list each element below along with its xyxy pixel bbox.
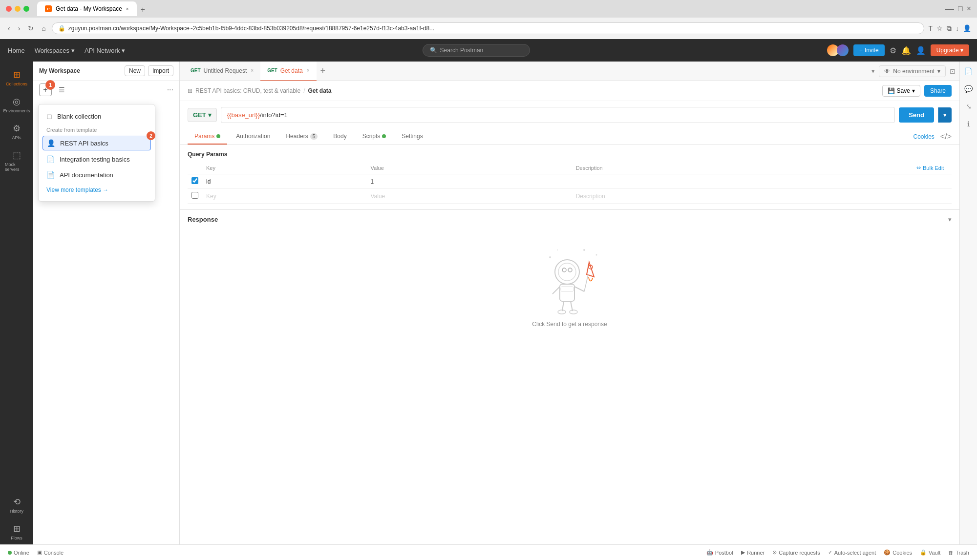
right-panel-expand-icon[interactable]: ⤡ [964, 101, 974, 112]
dropdown-api-documentation[interactable]: 📄 API documentation [39, 167, 155, 183]
add-collection-btn[interactable]: + 1 [39, 83, 52, 96]
req-tab-settings[interactable]: Settings [395, 129, 429, 145]
cookies-bottom-btn[interactable]: 🍪 Cookies [884, 549, 912, 556]
fullscreen-traffic-light[interactable] [23, 6, 29, 12]
col-value-header: Value [366, 162, 572, 174]
user-profile-icon[interactable]: 👤 [916, 46, 926, 55]
right-panel-docs-icon[interactable]: 📄 [962, 65, 975, 77]
forward-btn[interactable]: › [16, 22, 22, 34]
trash-btn[interactable]: 🗑 Trash [948, 550, 969, 556]
tabs-dropdown-btn[interactable]: ▾ [871, 67, 875, 75]
send-button[interactable]: Send [899, 107, 934, 123]
cookies-link[interactable]: Cookies [913, 133, 935, 140]
send-dropdown-btn[interactable]: ▾ [938, 107, 952, 123]
view-more-templates[interactable]: View more templates → [39, 183, 155, 197]
sidebar-item-history[interactable]: ⟲ History [3, 493, 30, 518]
workspaces-nav[interactable]: Workspaces ▾ [35, 47, 75, 54]
sidebar-item-apis[interactable]: ⚙ APIs [3, 119, 30, 144]
tab-close-btn[interactable]: × [126, 6, 129, 12]
params-table: Key Value Description ⇔ Bulk Edit [188, 162, 952, 204]
param-desc-id[interactable] [572, 174, 913, 189]
settings-icon[interactable]: ⚙ [890, 46, 896, 55]
right-panel-comments-icon[interactable]: 💬 [962, 83, 975, 95]
tab-get-data[interactable]: GET Get data × [260, 62, 316, 81]
col-key-header: Key [202, 162, 366, 174]
filter-btn[interactable]: ☰ [55, 84, 69, 95]
dropdown-blank-collection[interactable]: ◻ Blank collection [39, 108, 155, 124]
panel-right-icon[interactable]: ⊡ [950, 67, 956, 75]
translate-icon[interactable]: T [928, 24, 933, 32]
code-snippet-icon[interactable]: </> [940, 132, 952, 141]
extensions-icon[interactable]: ⧉ [947, 24, 952, 33]
req-tab-scripts[interactable]: Scripts [356, 129, 393, 145]
more-options-btn[interactable]: ··· [167, 85, 173, 94]
browser-tab-active[interactable]: P Get data - My Workspace × [37, 1, 137, 16]
dropdown-rest-api-basics[interactable]: 👤 REST API basics 2 [42, 136, 151, 150]
no-environment-selector[interactable]: 👁 No environment ▾ [879, 65, 946, 77]
add-tab-btn[interactable]: + [317, 66, 330, 76]
method-select[interactable]: GET ▾ [188, 108, 217, 122]
search-placeholder: Search Postman [440, 47, 484, 54]
response-toggle-btn[interactable]: ▾ [948, 216, 952, 223]
browser-nav: ‹ › ↻ ⌂ 🔒 zguyun.postman.co/workspace/My… [0, 18, 977, 39]
download-icon[interactable]: ↓ [956, 24, 959, 32]
api-network-nav[interactable]: API Network ▾ [85, 47, 125, 54]
param-desc-empty[interactable]: Description [572, 189, 913, 204]
search-input[interactable]: 🔍 Search Postman [423, 44, 530, 57]
url-input[interactable]: {{base_url}}/info?id=1 [221, 107, 895, 123]
vault-btn[interactable]: 🔒 Vault [920, 549, 940, 556]
new-button[interactable]: New [125, 65, 145, 76]
response-hint: Click Send to get a response [532, 321, 607, 328]
breadcrumb-collection-link[interactable]: REST API basics: CRUD, test & variable [195, 87, 300, 94]
bulk-edit-btn[interactable]: ⇔ Bulk Edit [916, 165, 948, 171]
save-button[interactable]: 💾 Save ▾ [882, 85, 920, 97]
param-value-empty[interactable]: Value [366, 189, 572, 204]
tab-untitled-close[interactable]: × [251, 68, 254, 73]
dropdown-integration-testing[interactable]: 📄 Integration testing basics [39, 151, 155, 167]
window-maximize-btn[interactable]: □ [958, 4, 963, 13]
upgrade-button[interactable]: Upgrade ▾ [931, 44, 969, 56]
bookmark-icon[interactable]: ☆ [936, 24, 943, 32]
minimize-traffic-light[interactable] [15, 6, 21, 12]
sidebar-item-collections[interactable]: ⊞ Collections [3, 65, 30, 90]
sidebar-item-mock-servers[interactable]: ⬚ Mock servers [3, 146, 30, 176]
capture-requests-btn[interactable]: ⊙ Capture requests [772, 549, 820, 556]
import-button[interactable]: Import [148, 65, 173, 76]
tab-active-close[interactable]: × [307, 68, 310, 73]
param-key-id[interactable]: id [202, 174, 366, 189]
right-panel-info-icon[interactable]: ℹ [965, 118, 972, 130]
no-env-icon: 👁 [884, 68, 890, 75]
console-btn[interactable]: ▣ Console [37, 549, 64, 556]
invite-button[interactable]: + Invite [853, 44, 885, 56]
runner-btn[interactable]: ▶ Runner [741, 549, 765, 556]
app-header: Home Workspaces ▾ API Network ▾ 🔍 Search… [0, 39, 977, 62]
req-tab-authorization[interactable]: Authorization [229, 129, 277, 145]
auto-select-agent-btn[interactable]: ✓ Auto-select agent [828, 549, 876, 556]
profile-icon[interactable]: 👤 [963, 24, 971, 32]
back-btn[interactable]: ‹ [6, 22, 12, 34]
address-bar[interactable]: 🔒 zguyun.postman.co/workspace/My-Workspa… [52, 22, 925, 34]
share-button[interactable]: Share [924, 85, 952, 97]
req-tab-body[interactable]: Body [326, 129, 353, 145]
save-label: Save [897, 87, 910, 94]
tab-untitled-request[interactable]: GET Untitled Request × [184, 62, 260, 81]
new-tab-btn[interactable]: + [137, 3, 149, 16]
req-tab-headers[interactable]: Headers 5 [279, 129, 324, 145]
home-nav[interactable]: Home [8, 47, 25, 54]
refresh-btn[interactable]: ↻ [26, 22, 36, 34]
notification-icon[interactable]: 🔔 [901, 46, 911, 55]
param-value-id[interactable]: 1 [366, 174, 572, 189]
postbot-btn[interactable]: 🤖 Postbot [706, 549, 733, 556]
req-tab-params[interactable]: Params [188, 129, 227, 145]
sidebar-item-environments[interactable]: ◎ Environments [3, 92, 30, 117]
close-traffic-light[interactable] [6, 6, 12, 12]
param-key-empty[interactable]: Key [202, 189, 366, 204]
tab-favicon: P [45, 5, 52, 12]
home-btn[interactable]: ⌂ [40, 22, 47, 34]
window-close-btn[interactable]: × [967, 4, 971, 13]
window-minimize-btn[interactable]: — [945, 4, 954, 14]
param-checkbox-id[interactable] [191, 177, 198, 184]
param-checkbox-empty[interactable] [191, 192, 198, 199]
response-header: Response ▾ [188, 216, 952, 223]
sidebar-item-flows[interactable]: ⊞ Flows [3, 519, 30, 544]
